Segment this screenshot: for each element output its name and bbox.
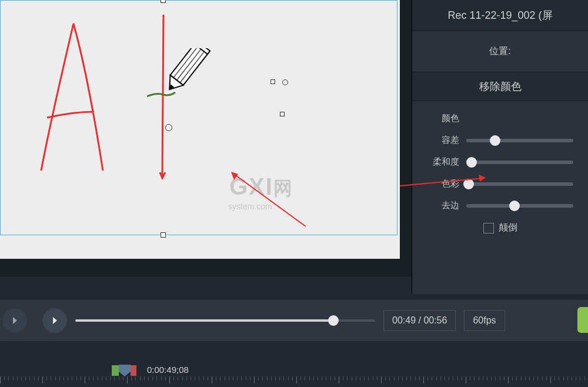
svg-line-3 xyxy=(180,51,205,83)
play-button[interactable] xyxy=(2,308,27,333)
softness-label: 柔和度 xyxy=(427,156,459,168)
tolerance-slider[interactable] xyxy=(466,139,573,142)
time-display: 00:49 / 00:56 xyxy=(383,310,456,331)
tolerance-row: 容差 xyxy=(427,135,573,146)
svg-marker-5 xyxy=(168,84,174,91)
video-canvas[interactable]: GXI网 system.com xyxy=(0,0,400,259)
progress-thumb[interactable] xyxy=(328,315,339,326)
rotation-handle[interactable] xyxy=(165,124,172,131)
selection-box xyxy=(0,0,397,235)
selection-handle-top[interactable] xyxy=(161,0,166,3)
softness-thumb[interactable] xyxy=(466,157,477,168)
svg-marker-8 xyxy=(231,172,238,180)
hue-slider[interactable] xyxy=(466,182,573,186)
remove-color-controls: 颜色 容差 柔和度 色彩 去边 xyxy=(412,101,588,240)
remove-color-title: 移除颜色 xyxy=(412,72,588,101)
hue-thumb[interactable] xyxy=(463,179,474,189)
tolerance-thumb[interactable] xyxy=(490,135,500,146)
marker-out[interactable] xyxy=(131,365,136,376)
invert-row: 颠倒 xyxy=(427,222,573,234)
timeline-ruler[interactable] xyxy=(0,376,588,387)
timeline-playhead-markers[interactable] xyxy=(112,365,136,376)
playback-progress[interactable] xyxy=(75,319,375,322)
selection-handle-bottom[interactable] xyxy=(161,232,166,238)
watermark-sub: system.com xyxy=(228,202,293,211)
softness-row: 柔和度 xyxy=(427,156,573,168)
defringe-row: 去边 xyxy=(427,200,573,211)
small-square-1 xyxy=(270,79,275,84)
watermark: GXI网 system.com xyxy=(229,174,293,211)
softness-slider[interactable] xyxy=(466,161,573,164)
progress-fill xyxy=(75,319,333,322)
hue-row: 色彩 xyxy=(427,178,573,189)
invert-checkbox[interactable] xyxy=(483,223,494,233)
timeline[interactable]: 0:00:49;08 xyxy=(0,353,588,387)
fps-selector[interactable]: 60fps xyxy=(464,310,505,331)
svg-line-2 xyxy=(177,49,202,81)
color-label: 颜色 xyxy=(427,113,459,124)
defringe-label: 去边 xyxy=(427,200,459,211)
svg-line-1 xyxy=(173,48,198,78)
side-action-button[interactable] xyxy=(577,307,588,333)
color-row: 颜色 xyxy=(427,113,573,124)
chevron-right-icon xyxy=(50,316,59,325)
playback-bar: 00:49 / 00:56 60fps xyxy=(0,300,588,341)
timeline-timecode: 0:00:49;08 xyxy=(147,365,189,375)
drawn-letter-a xyxy=(32,18,115,176)
properties-panel: Rec 11-22-19_002 (屏 位置: 移除颜色 颜色 容差 柔和度 xyxy=(412,0,588,294)
position-label: 位置: xyxy=(489,46,510,56)
tolerance-label: 容差 xyxy=(427,135,459,146)
watermark-main: GXI xyxy=(229,174,273,199)
chevron-right-icon xyxy=(10,316,19,325)
small-circle-1 xyxy=(282,79,288,85)
canvas-preview[interactable]: GXI网 system.com xyxy=(0,0,412,276)
annotation-arrow-1 xyxy=(229,171,312,229)
invert-label: 颠倒 xyxy=(499,222,517,234)
svg-rect-6 xyxy=(195,48,210,54)
watermark-net: 网 xyxy=(273,178,293,199)
marker-in[interactable] xyxy=(112,365,119,376)
position-row: 位置: xyxy=(412,31,588,72)
svg-line-7 xyxy=(234,174,306,226)
next-button[interactable] xyxy=(42,308,67,333)
marker-playhead[interactable] xyxy=(119,365,131,376)
small-square-2 xyxy=(280,112,285,116)
defringe-slider[interactable] xyxy=(466,204,573,208)
defringe-thumb[interactable] xyxy=(509,201,520,211)
svg-rect-0 xyxy=(171,48,208,85)
clip-title: Rec 11-22-19_002 (屏 xyxy=(412,0,588,31)
hue-label: 色彩 xyxy=(427,178,459,189)
drawn-green-stroke xyxy=(147,91,176,98)
